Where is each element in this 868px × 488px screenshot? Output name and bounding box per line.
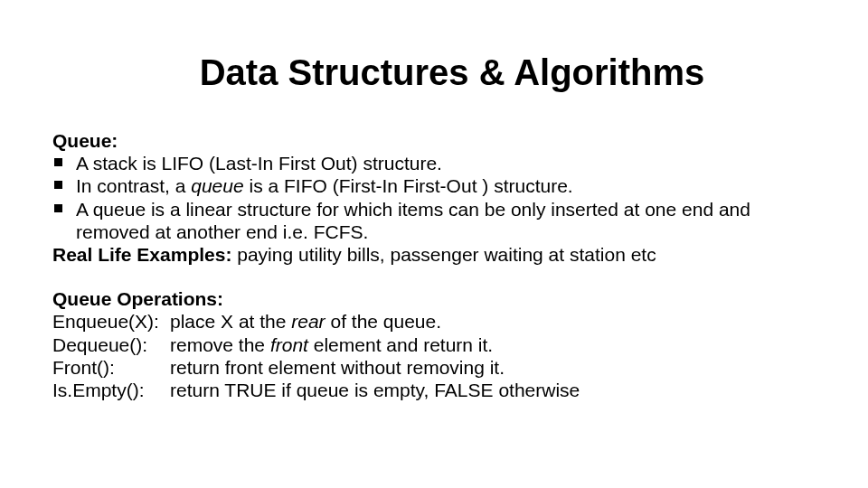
bullet-text: A queue is a linear structure for which … <box>76 199 750 242</box>
bullet-text-c: is a FIFO (First-In First-Out ) structur… <box>244 175 573 196</box>
op-desc-c: element and return it. <box>308 334 493 355</box>
op-row: Front(): return front element without re… <box>52 356 814 379</box>
slide: Data Structures & Algorithms Queue: A st… <box>0 0 868 488</box>
op-desc-a: place X at the <box>170 311 291 332</box>
op-desc-b: front <box>270 334 308 355</box>
bullet-item: A stack is LIFO (Last-In First Out) stru… <box>52 152 814 174</box>
op-name: Is.Empty(): <box>52 379 170 401</box>
slide-title: Data Structures & Algorithms <box>36 0 868 129</box>
op-row: Dequeue(): remove the front element and … <box>52 333 814 356</box>
slide-content: Queue: A stack is LIFO (Last-In First Ou… <box>0 129 868 401</box>
op-desc: remove the front element and return it. <box>170 333 814 356</box>
op-row: Enqueue(X): place X at the rear of the q… <box>52 310 814 333</box>
bullet-text-a: In contrast, a <box>76 175 191 196</box>
op-name: Dequeue(): <box>52 333 170 356</box>
operations-block: Queue Operations: Enqueue(X): place X at… <box>52 287 814 401</box>
op-name: Enqueue(X): <box>52 310 170 333</box>
queue-block: Queue: A stack is LIFO (Last-In First Ou… <box>52 129 814 266</box>
op-row: Is.Empty(): return TRUE if queue is empt… <box>52 379 814 401</box>
queue-heading: Queue: <box>52 129 814 152</box>
examples-line: Real Life Examples: paying utility bills… <box>52 243 814 266</box>
op-desc: return front element without removing it… <box>170 356 814 379</box>
operations-heading: Queue Operations: <box>52 287 814 310</box>
op-desc: place X at the rear of the queue. <box>170 310 814 333</box>
bullet-item: A queue is a linear structure for which … <box>52 198 814 243</box>
bullet-item: In contrast, a queue is a FIFO (First-In… <box>52 174 814 197</box>
op-desc-c: of the queue. <box>326 311 441 332</box>
op-name: Front(): <box>52 356 170 379</box>
bullet-text: A stack is LIFO (Last-In First Out) stru… <box>76 153 442 174</box>
examples-text: paying utility bills, passenger waiting … <box>237 244 656 265</box>
queue-bullets: A stack is LIFO (Last-In First Out) stru… <box>52 152 814 243</box>
op-desc: return TRUE if queue is empty, FALSE oth… <box>170 379 814 401</box>
op-desc-b: rear <box>291 311 325 332</box>
examples-label: Real Life Examples: <box>52 244 237 265</box>
bullet-text-b: queue <box>191 175 243 196</box>
op-desc-a: remove the <box>170 334 270 355</box>
